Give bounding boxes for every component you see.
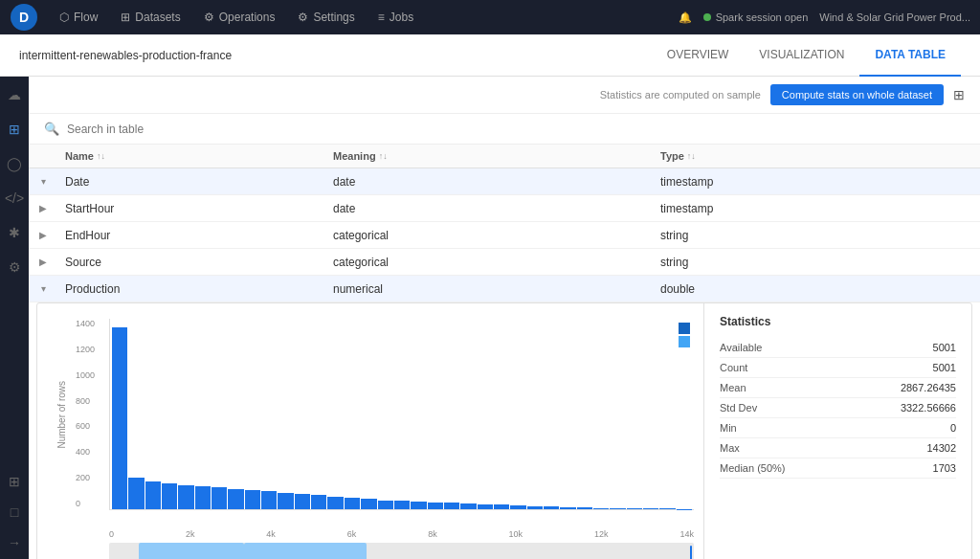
nav-operations[interactable]: ⚙ Operations [192,0,287,34]
operations-icon: ⚙ [204,11,214,24]
bar-11 [295,494,310,509]
bar-30 [610,508,625,509]
search-bar: 🔍 [29,114,980,145]
nav-flow[interactable]: ⬡ Flow [48,0,109,34]
expand-icon-date[interactable]: ▾ [29,171,57,191]
stat-label: Available [720,342,762,353]
expand-icon-starthour[interactable]: ▶ [29,198,57,218]
bar-4 [178,485,193,509]
bar-31 [627,508,642,509]
nav-jobs[interactable]: ≡ Jobs [367,0,425,34]
stat-row: Count5001 [720,358,956,378]
jobs-icon: ≡ [378,11,385,24]
cell-name-production: Production [57,278,325,301]
sidebar-icon-cloud[interactable]: ☁ [6,86,23,103]
th-meaning[interactable]: Meaning ↑↓ [325,150,653,162]
y-label-1400: 1400 [76,319,109,328]
tab-data-table[interactable]: DATA TABLE [859,34,961,77]
bell-icon[interactable]: 🔔 [679,11,692,24]
stat-label: Median (50%) [720,462,785,474]
nav-datasets[interactable]: ⊞ Datasets [109,0,191,34]
tab-overview[interactable]: OVERVIEW [652,34,744,77]
stats-label: Statistics are computed on sample [600,89,761,101]
bar-6 [212,487,227,509]
bar-20 [444,503,459,509]
nav-settings[interactable]: ⚙ Settings [286,0,366,34]
th-type[interactable]: Type ↑↓ [653,150,980,162]
range-handle-left[interactable] [139,543,244,559]
chart-section: Number of rows 1400 1200 1000 800 600 [36,302,972,559]
x-label-6k: 6k [347,529,357,539]
stat-row: Min0 [720,418,956,438]
stat-row: Std Dev3322.56666 [720,398,956,418]
nav-right: 🔔 Spark session open Wind & Solar Grid P… [679,11,970,24]
chart-legend [679,323,690,347]
stat-value: 14302 [926,442,956,454]
stat-row: Mean2867.26435 [720,378,956,398]
meaning-sort-icon[interactable]: ↑↓ [379,151,388,161]
sidebar-icon-code[interactable]: </> [6,190,23,207]
x-label-14k: 14k [679,529,694,539]
stat-value: 5001 [933,362,956,373]
cell-type-endhour: string [653,224,980,247]
main-layout: ☁ ⊞ ◯ </> ✱ ⚙ ⊞ □ → Statistics are compu… [0,77,980,559]
tab-visualization[interactable]: VISUALIZATION [744,34,859,77]
sidebar-icon-bottom-arrow[interactable]: → [6,534,23,551]
stats-bar: Statistics are computed on sample Comput… [29,77,980,114]
data-table: Name ↑↓ Meaning ↑↓ Type ↑↓ ▾ Date [29,145,980,302]
table-row: ▶ EndHour categorical string [29,222,980,249]
stat-label: Max [720,442,740,454]
stat-value: 1703 [933,462,956,474]
name-sort-icon[interactable]: ↑↓ [97,151,105,161]
cell-name-endhour: EndHour [57,224,325,247]
type-sort-icon[interactable]: ↑↓ [687,151,696,161]
sidebar-icon-grid[interactable]: ⊞ [6,121,23,138]
cell-meaning-date: date [325,170,653,193]
cell-name-date: Date [57,170,325,193]
table-row: ▾ Production numerical double [29,276,980,302]
bar-29 [593,508,609,509]
spark-status-dot [703,13,711,21]
expand-icon-endhour[interactable]: ▶ [29,225,57,245]
cell-type-starthour: timestamp [653,197,980,220]
y-label-1000: 1000 [76,370,109,380]
y-label-600: 600 [76,421,109,431]
range-handle-right[interactable] [244,543,367,559]
sidebar-icon-gear[interactable]: ⚙ [6,258,23,276]
tab-group: OVERVIEW VISUALIZATION DATA TABLE [652,34,961,77]
sidebar-icon-bottom-2[interactable]: □ [6,503,23,521]
y-axis-label: Number of rows [56,381,67,449]
table-view-icon[interactable]: ⊞ [953,87,965,102]
expand-icon-production[interactable]: ▾ [29,279,57,299]
compute-stats-button[interactable]: Compute stats on whole dataset [770,84,944,105]
scroll-content: Name ↑↓ Meaning ↑↓ Type ↑↓ ▾ Date [29,145,980,559]
stat-label: Mean [720,382,746,393]
bar-8 [245,490,260,509]
cell-meaning-production: numerical [325,278,653,301]
bar-17 [394,501,410,509]
th-expand [29,150,57,162]
sidebar-icon-circle[interactable]: ◯ [6,155,23,172]
search-icon: 🔍 [44,122,59,136]
stats-panel-title: Statistics [720,315,956,328]
sidebar-icon-plug[interactable]: ✱ [6,224,23,241]
bar-28 [577,507,592,509]
stat-label: Std Dev [720,402,757,414]
stat-value: 5001 [933,342,956,353]
y-label-200: 200 [76,473,109,482]
bar-15 [361,499,376,509]
range-slider[interactable] [109,543,694,559]
content-area: Statistics are computed on sample Comput… [29,77,980,559]
th-name[interactable]: Name ↑↓ [57,150,325,162]
cell-meaning-starthour: date [325,197,653,220]
expand-icon-source[interactable]: ▶ [29,252,57,272]
bar-1 [128,478,144,509]
x-label-12k: 12k [594,529,609,539]
cell-name-source: Source [57,251,325,274]
bar-23 [494,504,509,509]
stat-row: Available5001 [720,338,956,358]
search-input[interactable] [67,123,258,136]
bar-33 [659,508,675,509]
logo: D [10,3,38,32]
sidebar-icon-bottom-1[interactable]: ⊞ [6,473,23,490]
